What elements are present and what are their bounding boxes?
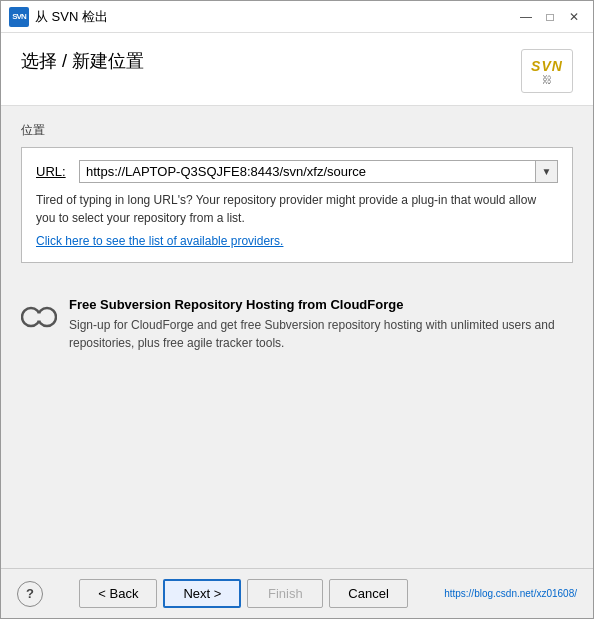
cloudforge-content: Free Subversion Repository Hosting from … bbox=[69, 297, 573, 352]
svg-rect-2 bbox=[34, 314, 44, 320]
next-button[interactable]: Next > bbox=[163, 579, 241, 608]
maximize-button[interactable]: □ bbox=[539, 6, 561, 28]
footer-buttons: < Back Next > Finish Cancel bbox=[43, 579, 444, 608]
cloudforge-section: Free Subversion Repository Hosting from … bbox=[21, 287, 573, 362]
footer: ? < Back Next > Finish Cancel https://bl… bbox=[1, 568, 593, 618]
title-bar: SVN 从 SVN 检出 — □ ✕ bbox=[1, 1, 593, 33]
url-label: URL: bbox=[36, 164, 71, 179]
page-header: 选择 / 新建位置 SVN ⛓ bbox=[1, 33, 593, 106]
content-area: 位置 URL: ▼ Tired of typing in long URL's?… bbox=[1, 106, 593, 568]
svn-logo-icon: ⛓ bbox=[531, 74, 563, 85]
url-section: URL: ▼ Tired of typing in long URL's? Yo… bbox=[21, 147, 573, 263]
cancel-button[interactable]: Cancel bbox=[329, 579, 407, 608]
close-button[interactable]: ✕ bbox=[563, 6, 585, 28]
url-dropdown-button[interactable]: ▼ bbox=[535, 161, 557, 182]
title-icon: SVN bbox=[9, 7, 29, 27]
cloudforge-description: Sign-up for CloudForge and get free Subv… bbox=[69, 316, 573, 352]
help-button[interactable]: ? bbox=[17, 581, 43, 607]
finish-button[interactable]: Finish bbox=[247, 579, 323, 608]
location-section-label: 位置 bbox=[21, 122, 573, 139]
minimize-button[interactable]: — bbox=[515, 6, 537, 28]
svn-logo: SVN ⛓ bbox=[521, 49, 573, 93]
cloudforge-icon bbox=[21, 299, 57, 335]
url-input[interactable] bbox=[80, 161, 535, 182]
footer-url: https://blog.csdn.net/xz01608/ bbox=[444, 588, 577, 599]
providers-link[interactable]: Click here to see the list of available … bbox=[36, 234, 283, 248]
url-input-wrapper: ▼ bbox=[79, 160, 558, 183]
back-button[interactable]: < Back bbox=[79, 579, 157, 608]
window-title: 从 SVN 检出 bbox=[35, 8, 515, 26]
svn-logo-text: SVN bbox=[531, 58, 563, 74]
page-title: 选择 / 新建位置 bbox=[21, 49, 144, 73]
window-controls: — □ ✕ bbox=[515, 6, 585, 28]
cloudforge-title: Free Subversion Repository Hosting from … bbox=[69, 297, 573, 312]
info-text: Tired of typing in long URL's? Your repo… bbox=[36, 191, 558, 227]
url-row: URL: ▼ bbox=[36, 160, 558, 183]
main-window: SVN 从 SVN 检出 — □ ✕ 选择 / 新建位置 SVN ⛓ 位置 UR… bbox=[0, 0, 594, 619]
